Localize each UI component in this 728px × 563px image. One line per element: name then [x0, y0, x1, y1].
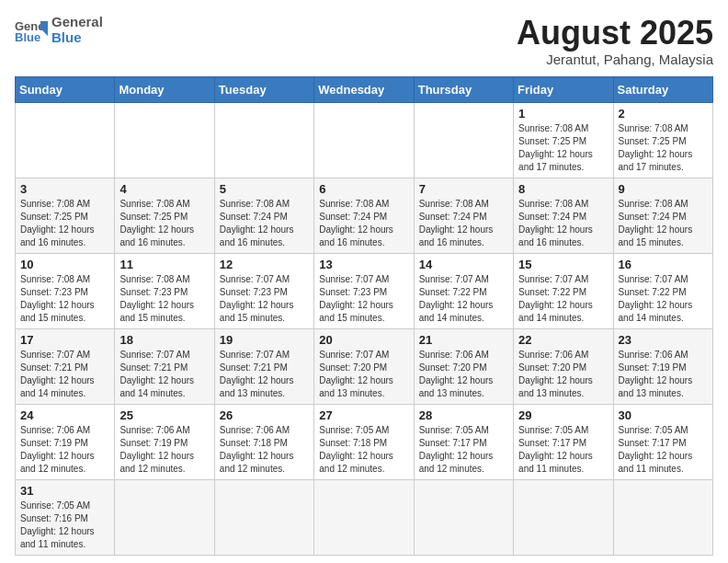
calendar-cell: 9Sunrise: 7:08 AM Sunset: 7:24 PM Daylig…	[613, 178, 712, 253]
calendar-cell: 23Sunrise: 7:06 AM Sunset: 7:19 PM Dayli…	[613, 328, 712, 404]
logo-icon: General Blue	[15, 17, 48, 43]
day-info: Sunrise: 7:07 AM Sunset: 7:21 PM Dayligh…	[119, 349, 209, 400]
day-info: Sunrise: 7:05 AM Sunset: 7:17 PM Dayligh…	[518, 424, 608, 476]
day-info: Sunrise: 7:06 AM Sunset: 7:19 PM Dayligh…	[119, 424, 209, 476]
calendar-cell: 12Sunrise: 7:07 AM Sunset: 7:23 PM Dayli…	[214, 253, 313, 328]
day-number: 16	[619, 258, 708, 271]
calendar-cell: 21Sunrise: 7:06 AM Sunset: 7:20 PM Dayli…	[414, 328, 513, 404]
svg-text:Blue: Blue	[15, 30, 40, 43]
day-info: Sunrise: 7:06 AM Sunset: 7:20 PM Dayligh…	[518, 349, 608, 400]
calendar-cell	[414, 479, 513, 555]
day-info: Sunrise: 7:07 AM Sunset: 7:22 PM Dayligh…	[518, 273, 608, 325]
calendar-cell: 16Sunrise: 7:07 AM Sunset: 7:22 PM Dayli…	[613, 253, 712, 328]
calendar-cell: 31Sunrise: 7:05 AM Sunset: 7:16 PM Dayli…	[16, 479, 115, 555]
logo-blue-text: Blue	[51, 30, 103, 46]
calendar-cell: 17Sunrise: 7:07 AM Sunset: 7:21 PM Dayli…	[16, 328, 115, 404]
page-header: General Blue General Blue August 2025 Je…	[15, 15, 713, 67]
month-title: August 2025	[517, 15, 713, 52]
calendar-cell: 19Sunrise: 7:07 AM Sunset: 7:21 PM Dayli…	[214, 328, 313, 404]
calendar-week-4: 17Sunrise: 7:07 AM Sunset: 7:21 PM Dayli…	[16, 328, 713, 404]
calendar-week-1: 1Sunrise: 7:08 AM Sunset: 7:25 PM Daylig…	[16, 102, 713, 178]
column-header-sunday: Sunday	[16, 76, 115, 102]
calendar-cell: 28Sunrise: 7:05 AM Sunset: 7:17 PM Dayli…	[414, 404, 513, 479]
day-number: 23	[619, 333, 708, 347]
day-info: Sunrise: 7:08 AM Sunset: 7:24 PM Dayligh…	[518, 198, 608, 249]
day-info: Sunrise: 7:07 AM Sunset: 7:23 PM Dayligh…	[220, 273, 309, 325]
day-number: 29	[518, 408, 608, 422]
day-info: Sunrise: 7:08 AM Sunset: 7:23 PM Dayligh…	[20, 273, 109, 325]
title-block: August 2025 Jerantut, Pahang, Malaysia	[517, 15, 713, 67]
calendar-cell: 7Sunrise: 7:08 AM Sunset: 7:24 PM Daylig…	[414, 178, 513, 253]
day-info: Sunrise: 7:06 AM Sunset: 7:20 PM Dayligh…	[419, 349, 508, 400]
calendar-week-2: 3Sunrise: 7:08 AM Sunset: 7:25 PM Daylig…	[16, 178, 713, 253]
day-number: 22	[518, 333, 608, 347]
calendar-cell	[115, 479, 214, 555]
day-info: Sunrise: 7:08 AM Sunset: 7:24 PM Dayligh…	[619, 198, 708, 249]
day-info: Sunrise: 7:08 AM Sunset: 7:24 PM Dayligh…	[319, 198, 408, 249]
location-text: Jerantut, Pahang, Malaysia	[517, 52, 713, 67]
calendar-cell	[314, 102, 414, 178]
day-info: Sunrise: 7:05 AM Sunset: 7:16 PM Dayligh…	[20, 500, 109, 551]
calendar-cell: 6Sunrise: 7:08 AM Sunset: 7:24 PM Daylig…	[314, 178, 414, 253]
calendar-cell: 5Sunrise: 7:08 AM Sunset: 7:24 PM Daylig…	[214, 178, 313, 253]
calendar-cell: 20Sunrise: 7:07 AM Sunset: 7:20 PM Dayli…	[314, 328, 414, 404]
day-info: Sunrise: 7:08 AM Sunset: 7:25 PM Dayligh…	[518, 122, 608, 174]
calendar-cell: 30Sunrise: 7:05 AM Sunset: 7:17 PM Dayli…	[613, 404, 712, 479]
calendar-cell: 11Sunrise: 7:08 AM Sunset: 7:23 PM Dayli…	[115, 253, 214, 328]
calendar-cell	[414, 102, 513, 178]
day-info: Sunrise: 7:07 AM Sunset: 7:20 PM Dayligh…	[319, 349, 408, 400]
calendar-header-row: SundayMondayTuesdayWednesdayThursdayFrid…	[16, 76, 713, 102]
calendar-cell: 2Sunrise: 7:08 AM Sunset: 7:25 PM Daylig…	[613, 102, 712, 178]
day-info: Sunrise: 7:05 AM Sunset: 7:18 PM Dayligh…	[319, 424, 408, 476]
calendar-cell	[214, 479, 313, 555]
column-header-thursday: Thursday	[414, 76, 513, 102]
day-info: Sunrise: 7:07 AM Sunset: 7:22 PM Dayligh…	[419, 273, 508, 325]
svg-marker-3	[42, 30, 48, 36]
day-number: 14	[419, 258, 508, 271]
calendar-cell: 29Sunrise: 7:05 AM Sunset: 7:17 PM Dayli…	[514, 404, 613, 479]
column-header-monday: Monday	[115, 76, 214, 102]
day-number: 18	[119, 333, 209, 347]
day-number: 2	[619, 107, 708, 121]
calendar-cell: 24Sunrise: 7:06 AM Sunset: 7:19 PM Dayli…	[16, 404, 115, 479]
day-number: 28	[419, 408, 508, 422]
calendar-week-3: 10Sunrise: 7:08 AM Sunset: 7:23 PM Dayli…	[16, 253, 713, 328]
day-number: 9	[619, 182, 708, 196]
calendar-cell: 13Sunrise: 7:07 AM Sunset: 7:23 PM Dayli…	[314, 253, 414, 328]
calendar-cell: 15Sunrise: 7:07 AM Sunset: 7:22 PM Dayli…	[514, 253, 613, 328]
calendar-cell	[16, 102, 115, 178]
day-number: 26	[220, 408, 309, 422]
day-number: 12	[220, 258, 309, 271]
calendar-cell: 1Sunrise: 7:08 AM Sunset: 7:25 PM Daylig…	[514, 102, 613, 178]
day-number: 3	[20, 182, 109, 196]
calendar-table: SundayMondayTuesdayWednesdayThursdayFrid…	[15, 76, 713, 556]
day-number: 31	[20, 484, 109, 498]
day-info: Sunrise: 7:07 AM Sunset: 7:21 PM Dayligh…	[220, 349, 309, 400]
day-number: 8	[518, 182, 608, 196]
day-info: Sunrise: 7:08 AM Sunset: 7:25 PM Dayligh…	[119, 198, 209, 249]
calendar-cell: 27Sunrise: 7:05 AM Sunset: 7:18 PM Dayli…	[314, 404, 414, 479]
day-info: Sunrise: 7:07 AM Sunset: 7:23 PM Dayligh…	[319, 273, 408, 325]
calendar-cell: 18Sunrise: 7:07 AM Sunset: 7:21 PM Dayli…	[115, 328, 214, 404]
day-info: Sunrise: 7:06 AM Sunset: 7:19 PM Dayligh…	[619, 349, 708, 400]
day-number: 15	[518, 258, 608, 271]
day-number: 17	[20, 333, 109, 347]
calendar-cell: 14Sunrise: 7:07 AM Sunset: 7:22 PM Dayli…	[414, 253, 513, 328]
calendar-cell: 26Sunrise: 7:06 AM Sunset: 7:18 PM Dayli…	[214, 404, 313, 479]
day-info: Sunrise: 7:08 AM Sunset: 7:24 PM Dayligh…	[419, 198, 508, 249]
day-info: Sunrise: 7:08 AM Sunset: 7:25 PM Dayligh…	[619, 122, 708, 174]
day-number: 25	[119, 408, 209, 422]
calendar-cell	[214, 102, 313, 178]
day-info: Sunrise: 7:08 AM Sunset: 7:23 PM Dayligh…	[119, 273, 209, 325]
day-number: 13	[319, 258, 408, 271]
day-number: 7	[419, 182, 508, 196]
calendar-week-6: 31Sunrise: 7:05 AM Sunset: 7:16 PM Dayli…	[16, 479, 713, 555]
day-info: Sunrise: 7:05 AM Sunset: 7:17 PM Dayligh…	[419, 424, 508, 476]
column-header-saturday: Saturday	[613, 76, 712, 102]
calendar-cell: 10Sunrise: 7:08 AM Sunset: 7:23 PM Dayli…	[16, 253, 115, 328]
day-info: Sunrise: 7:06 AM Sunset: 7:18 PM Dayligh…	[220, 424, 309, 476]
day-number: 6	[319, 182, 408, 196]
calendar-week-5: 24Sunrise: 7:06 AM Sunset: 7:19 PM Dayli…	[16, 404, 713, 479]
column-header-tuesday: Tuesday	[214, 76, 313, 102]
column-header-friday: Friday	[514, 76, 613, 102]
